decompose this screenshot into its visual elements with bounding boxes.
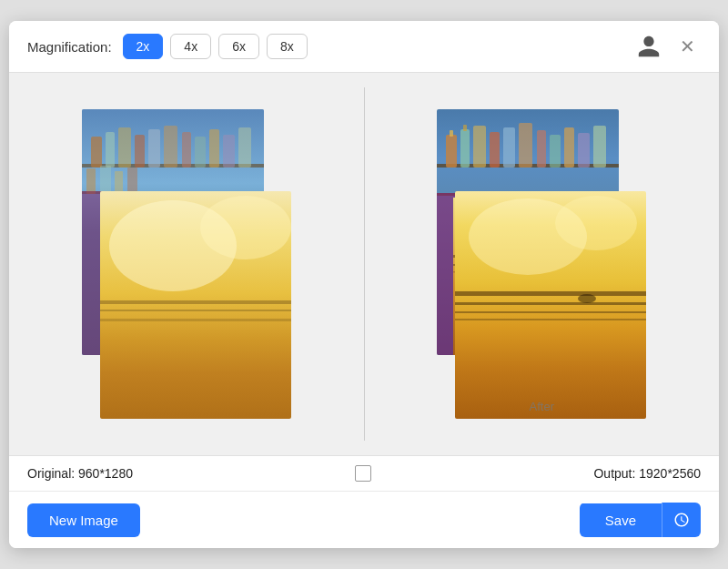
original-image-panel	[24, 87, 349, 441]
header-bar: Magnification: 2x 4x 6x 8x ✕	[9, 21, 719, 73]
output-image-stack	[437, 109, 646, 419]
mag-btn-2x[interactable]: 2x	[123, 34, 164, 59]
svg-rect-54	[455, 319, 646, 320]
svg-rect-37	[550, 135, 561, 168]
svg-rect-32	[473, 126, 486, 168]
svg-rect-30	[446, 135, 457, 168]
svg-rect-3	[91, 137, 102, 168]
split-icon	[355, 465, 371, 482]
svg-rect-36	[537, 130, 546, 168]
original-image-stack	[82, 109, 291, 419]
magnification-buttons: 2x 4x 6x 8x	[123, 34, 308, 59]
svg-rect-25	[100, 300, 291, 304]
status-bar: Original: 960*1280 Output: 1920*2560	[9, 455, 719, 491]
svg-rect-26	[100, 310, 291, 311]
svg-rect-15	[86, 168, 96, 194]
svg-rect-40	[593, 126, 606, 168]
svg-point-56	[555, 196, 637, 250]
svg-rect-18	[127, 168, 137, 194]
svg-rect-12	[223, 135, 235, 168]
svg-rect-38	[564, 127, 574, 168]
svg-rect-52	[455, 302, 646, 305]
mag-btn-6x[interactable]: 6x	[218, 34, 259, 59]
output-dimensions: Output: 1920*2560	[593, 466, 701, 481]
save-button[interactable]: Save	[580, 503, 662, 537]
svg-rect-31	[460, 129, 470, 168]
original-dimensions: Original: 960*1280	[27, 466, 133, 481]
svg-rect-13	[238, 127, 251, 168]
svg-rect-39	[578, 133, 590, 168]
save-group: Save	[580, 503, 701, 537]
new-image-button[interactable]: New Image	[27, 503, 140, 537]
svg-rect-10	[195, 137, 206, 168]
app-window: Magnification: 2x 4x 6x 8x ✕	[9, 21, 719, 548]
clock-icon	[673, 512, 690, 528]
original-front-image	[100, 191, 291, 419]
output-image-panel: After	[379, 87, 705, 441]
svg-rect-4	[106, 132, 115, 168]
save-history-button[interactable]	[662, 503, 701, 537]
main-content: After	[9, 73, 719, 455]
svg-rect-7	[148, 129, 160, 168]
footer-bar: New Image Save	[9, 491, 719, 548]
svg-point-57	[578, 294, 596, 303]
magnification-label: Magnification:	[27, 39, 112, 55]
svg-rect-5	[118, 127, 131, 168]
svg-rect-9	[182, 132, 191, 168]
svg-rect-8	[164, 126, 177, 168]
mag-btn-4x[interactable]: 4x	[170, 34, 211, 59]
svg-rect-34	[503, 127, 515, 168]
svg-rect-11	[209, 129, 219, 168]
panel-divider	[364, 87, 365, 441]
close-button[interactable]: ✕	[674, 36, 701, 57]
output-front-image	[455, 191, 646, 419]
svg-rect-42	[463, 125, 467, 131]
svg-rect-27	[100, 319, 291, 321]
user-icon[interactable]	[634, 32, 663, 61]
svg-rect-53	[455, 311, 646, 313]
svg-rect-6	[135, 135, 145, 168]
svg-rect-35	[519, 123, 532, 168]
svg-rect-33	[490, 132, 500, 168]
mag-btn-8x[interactable]: 8x	[267, 34, 308, 59]
svg-point-24	[200, 196, 291, 259]
svg-rect-51	[455, 291, 646, 296]
svg-rect-16	[100, 166, 111, 194]
svg-rect-41	[450, 130, 453, 137]
